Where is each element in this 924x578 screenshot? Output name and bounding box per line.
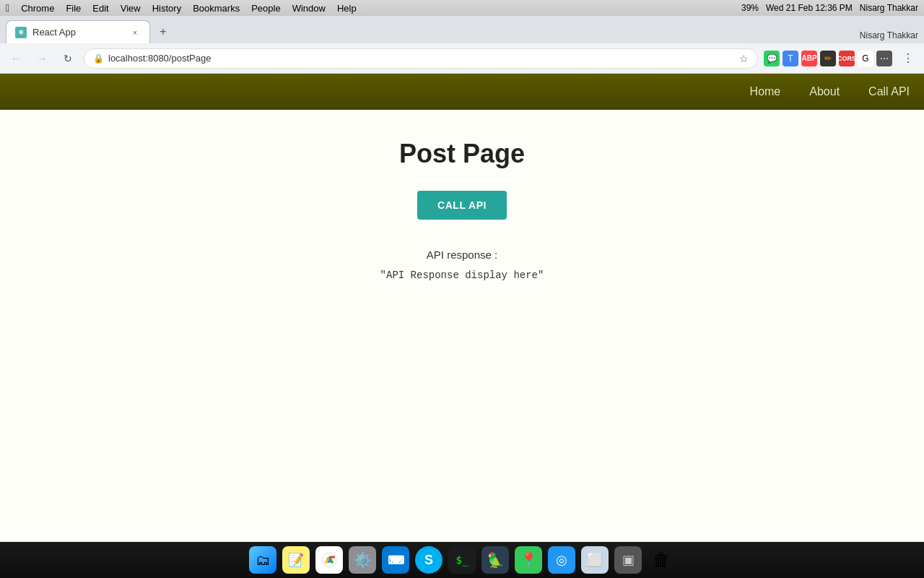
menu-bookmarks[interactable]: Bookmarks <box>193 3 240 14</box>
menubar-left:  Chrome File Edit View History Bookmark… <box>6 2 357 14</box>
dock-multiwindow-icon[interactable]: ▣ <box>614 546 642 574</box>
dock-finder2-icon[interactable]: ⬜ <box>581 546 609 574</box>
page-title: Post Page <box>399 139 525 169</box>
dock: 🗂 📝 ⚙️ ⌨ S $_ 🦜 📍 ◎ ⬜ ▣ 🗑 <box>0 542 924 578</box>
api-response-label: API response : <box>427 249 497 261</box>
nav-call-api[interactable]: Call API <box>868 85 910 98</box>
extension-icons: 💬 T ABP ✏ CORS G ⋯ <box>764 51 892 66</box>
ext-whatsapp[interactable]: 💬 <box>764 51 780 66</box>
ext-eyedropper[interactable]: ✏ <box>820 51 836 66</box>
dock-finder-icon[interactable]: 🗂 <box>249 546 276 574</box>
menu-file[interactable]: File <box>66 3 81 14</box>
tabbar-right-controls: Nisarg Thakkar <box>860 30 918 43</box>
menu-help[interactable]: Help <box>337 3 357 14</box>
user-profile[interactable]: Nisarg Thakkar <box>860 30 918 40</box>
tab-title: React App <box>32 27 123 38</box>
tab-list: ⚛ React App × + <box>6 20 173 43</box>
main-content: Post Page CALL API API response : "API R… <box>0 110 924 542</box>
dock-vscode-icon[interactable]: ⌨ <box>382 546 409 574</box>
url-text: localhost:8080/postPage <box>108 53 735 64</box>
ext-abp[interactable]: ABP <box>801 51 817 66</box>
lock-icon: 🔒 <box>93 53 104 64</box>
call-api-button[interactable]: CALL API <box>417 191 507 220</box>
back-button[interactable]: ← <box>6 48 26 69</box>
nav-home[interactable]: Home <box>750 85 781 98</box>
menu-view[interactable]: View <box>121 3 141 14</box>
api-response-value: "API Response display here" <box>380 269 544 281</box>
datetime: Wed 21 Feb 12:36 PM <box>766 3 853 13</box>
nav-about[interactable]: About <box>809 85 840 98</box>
ext-cors[interactable]: CORS <box>839 51 855 66</box>
menu-chrome[interactable]: Chrome <box>21 3 54 14</box>
chrome-addressbar: ← → ↻ 🔒 localhost:8080/postPage ☆ 💬 T AB… <box>0 43 924 74</box>
ext-translate[interactable]: T <box>783 51 798 66</box>
username: Nisarg Thakkar <box>860 3 918 13</box>
chrome-tabbar: ⚛ React App × + Nisarg Thakkar <box>0 16 924 43</box>
reload-button[interactable]: ↻ <box>58 48 78 69</box>
dock-settings-icon[interactable]: ⚙️ <box>349 546 376 574</box>
address-bar[interactable]: 🔒 localhost:8080/postPage ☆ <box>84 48 758 69</box>
dock-skype-icon[interactable]: S <box>415 546 443 574</box>
menu-edit[interactable]: Edit <box>92 3 108 14</box>
forward-button[interactable]: → <box>32 48 52 69</box>
ext-google[interactable]: G <box>858 51 873 66</box>
dock-chrome-icon[interactable] <box>315 546 343 574</box>
browser-tab[interactable]: ⚛ React App × <box>6 20 150 43</box>
dock-notes-icon[interactable]: 📝 <box>282 546 310 574</box>
menu-history[interactable]: History <box>152 3 181 14</box>
chrome-menu-button[interactable]: ⋮ <box>898 48 918 69</box>
dock-browser2-icon[interactable]: ◎ <box>548 546 575 574</box>
dock-parrot-icon[interactable]: 🦜 <box>481 546 509 574</box>
bookmark-star-icon[interactable]: ☆ <box>739 53 749 64</box>
tab-close-button[interactable]: × <box>129 27 141 38</box>
battery-indicator: 39% <box>741 3 759 13</box>
tab-favicon: ⚛ <box>15 27 27 38</box>
menubar-right: 39% Wed 21 Feb 12:36 PM Nisarg Thakkar <box>741 3 918 13</box>
dock-trash-icon[interactable]: 🗑 <box>648 546 675 574</box>
apple-logo[interactable]:  <box>6 2 9 14</box>
mac-menubar:  Chrome File Edit View History Bookmark… <box>0 0 924 16</box>
ext-extra[interactable]: ⋯ <box>876 51 892 66</box>
menu-people[interactable]: People <box>251 3 280 14</box>
new-tab-button[interactable]: + <box>153 22 173 42</box>
app-navbar: Home About Call API <box>0 74 924 110</box>
dock-terminal-icon[interactable]: $_ <box>448 546 476 574</box>
menu-window[interactable]: Window <box>292 3 326 14</box>
dock-maps-icon[interactable]: 📍 <box>515 546 542 574</box>
